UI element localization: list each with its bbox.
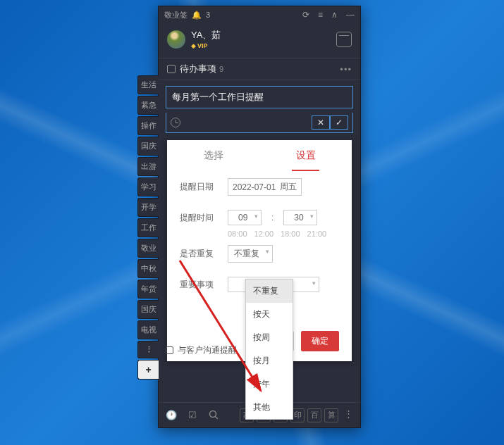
hour-select[interactable]: 09 bbox=[228, 210, 262, 225]
search-icon[interactable] bbox=[208, 410, 219, 421]
section-count: 9 bbox=[219, 65, 223, 73]
cancel-note-button[interactable]: ✕ bbox=[312, 115, 330, 130]
dropdown-item-daily[interactable]: 按天 bbox=[246, 303, 293, 326]
note-actions-row: ✕ ✓ bbox=[166, 113, 353, 133]
side-tabs: 生活 紧急 操作 国庆 出游 学习 开学 工作 敬业 中秋 年货 国庆 电视 ⋮… bbox=[137, 75, 159, 380]
side-tab[interactable]: 国庆 bbox=[137, 137, 159, 156]
dropdown-item-norepeat[interactable]: 不重复 bbox=[246, 280, 293, 303]
side-tab[interactable]: 开学 bbox=[137, 198, 159, 217]
side-tab[interactable]: 生活 bbox=[137, 75, 159, 94]
clock-toolbar-icon[interactable]: 🕐 bbox=[166, 410, 177, 421]
sync-icon[interactable]: ⟳ bbox=[302, 10, 309, 20]
svg-line-1 bbox=[215, 417, 218, 420]
toolbar-char-button[interactable]: 百 bbox=[307, 408, 321, 422]
side-tab[interactable]: 学习 bbox=[137, 177, 159, 196]
label-repeat: 是否重复 bbox=[180, 248, 218, 260]
date-value: 2022-07-01 bbox=[233, 182, 276, 192]
faded-todo-item: 与客户沟通提醒 bbox=[166, 344, 237, 356]
confirm-note-button[interactable]: ✓ bbox=[330, 115, 348, 130]
minute-select[interactable]: 30 bbox=[283, 210, 317, 225]
preset-time[interactable]: 21:00 bbox=[307, 230, 327, 238]
dropdown-item-monthly[interactable]: 按月 bbox=[246, 349, 293, 372]
toolbar-char-button[interactable]: 算 bbox=[324, 408, 338, 422]
side-tab-add[interactable]: + bbox=[137, 360, 159, 380]
note-input-text: 每月第一个工作日提醒 bbox=[172, 92, 264, 102]
app-name: 敬业签 bbox=[164, 10, 188, 20]
tab-select[interactable]: 选择 bbox=[167, 140, 259, 171]
side-tab-more[interactable]: ⋮ bbox=[137, 341, 159, 358]
date-input[interactable]: 2022-07-01 周五 bbox=[228, 178, 302, 196]
profile-section: YA、茹 ◆ VIP bbox=[159, 23, 360, 58]
tab-settings[interactable]: 设置 bbox=[259, 140, 352, 171]
dropdown-item-weekly[interactable]: 按周 bbox=[246, 326, 293, 349]
checkbox-icon bbox=[166, 346, 173, 354]
menu-icon[interactable]: ≡ bbox=[318, 10, 323, 20]
confirm-button[interactable]: 确定 bbox=[301, 331, 339, 351]
avatar[interactable] bbox=[167, 30, 185, 49]
notification-bell-icon[interactable]: 🔔 bbox=[192, 11, 202, 20]
section-header: 待办事项 9 ••• bbox=[159, 58, 360, 80]
label-time: 提醒时间 bbox=[180, 212, 218, 224]
svg-point-0 bbox=[209, 411, 216, 418]
collapse-icon[interactable]: ∧ bbox=[331, 10, 338, 20]
side-tab[interactable]: 操作 bbox=[137, 116, 159, 135]
note-input[interactable]: 每月第一个工作日提醒 bbox=[166, 86, 353, 108]
repeat-dropdown: 不重复 按天 按周 按月 按年 其他 bbox=[245, 279, 293, 420]
time-colon: : bbox=[271, 213, 273, 222]
side-tab[interactable]: 敬业 bbox=[137, 239, 159, 258]
check-toolbar-icon[interactable]: ☑ bbox=[187, 410, 198, 421]
preset-time[interactable]: 08:00 bbox=[228, 230, 247, 238]
checklist-icon bbox=[167, 65, 176, 73]
dropdown-item-other[interactable]: 其他 bbox=[246, 396, 293, 419]
titlebar: 敬业签 🔔 3 ⟳ ≡ ∧ — bbox=[159, 6, 360, 23]
section-title: 待办事项 bbox=[180, 63, 216, 75]
date-weekday: 周五 bbox=[280, 181, 297, 193]
vip-diamond-icon: ◆ bbox=[191, 42, 196, 49]
clock-icon[interactable] bbox=[171, 118, 180, 127]
side-tab[interactable]: 年货 bbox=[137, 280, 159, 299]
side-tab[interactable]: 出游 bbox=[137, 157, 159, 176]
side-tab[interactable]: 紧急 bbox=[137, 96, 159, 115]
label-important: 重要事项 bbox=[180, 279, 218, 291]
calendar-icon[interactable] bbox=[336, 32, 352, 47]
preset-time[interactable]: 18:00 bbox=[281, 230, 300, 238]
section-menu-icon[interactable]: ••• bbox=[340, 64, 352, 75]
toolbar-more-icon[interactable]: ⋮ bbox=[344, 408, 353, 422]
vip-label: VIP bbox=[197, 42, 208, 49]
dropdown-item-yearly[interactable]: 按年 bbox=[246, 372, 293, 396]
side-tab[interactable]: 国庆 bbox=[137, 300, 159, 319]
side-tab[interactable]: 工作 bbox=[137, 218, 159, 237]
username: YA、茹 bbox=[191, 29, 221, 42]
side-tab[interactable]: 中秋 bbox=[137, 259, 159, 278]
preset-time[interactable]: 12:00 bbox=[254, 230, 274, 238]
minimize-icon[interactable]: — bbox=[346, 10, 355, 20]
notification-count: 3 bbox=[206, 11, 210, 19]
label-date: 提醒日期 bbox=[180, 181, 218, 193]
side-tab[interactable]: 电视 bbox=[137, 320, 159, 339]
preset-times: 08:00 12:00 18:00 21:00 bbox=[167, 230, 352, 238]
repeat-select[interactable]: 不重复 bbox=[228, 245, 273, 263]
